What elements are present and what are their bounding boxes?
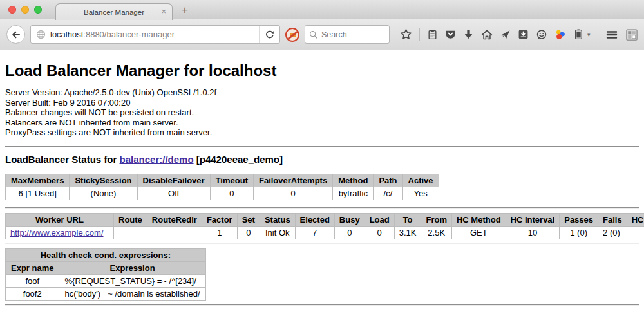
passes-value: 1 (0) (560, 226, 598, 239)
search-icon (309, 30, 318, 39)
send-button[interactable] (500, 29, 511, 40)
maxmembers-value: 6 [1 Used] (6, 187, 70, 200)
expression-value: hc('body') =~ /domain is established/ (59, 287, 205, 300)
col-path: Path (374, 174, 402, 187)
address-bar[interactable]: localhost:8880/balancer-manager (30, 25, 280, 44)
colored-dots-icon (554, 29, 566, 41)
busy-value: 0 (334, 226, 365, 239)
tab-grid-icon (625, 28, 638, 41)
url-text[interactable]: localhost:8880/balancer-manager (50, 30, 259, 39)
save-to-device-button[interactable] (518, 29, 529, 40)
col-stickysession: StickySession (70, 174, 137, 187)
tab-groups-button[interactable] (625, 28, 638, 41)
path-value: /c/ (374, 187, 402, 200)
col-timeout: Timeout (210, 174, 253, 187)
save-square-icon (518, 29, 529, 40)
from-value: 2.5K (421, 226, 452, 239)
col-factor: Factor (202, 213, 237, 226)
search-input[interactable] (321, 30, 381, 39)
colored-dots-button[interactable] (554, 29, 566, 41)
health-check-table: Health check cond. expressions: Expr nam… (5, 248, 206, 301)
new-tab-button[interactable]: + (182, 4, 188, 17)
browser-tab[interactable]: Balancer Manager × (55, 3, 173, 20)
balancer-demo-link[interactable]: balancer://demo (120, 154, 194, 165)
section-divider (5, 243, 639, 244)
status-value: Init Ok (260, 226, 295, 239)
col-method: Method (333, 174, 374, 187)
bookmark-star-button[interactable] (400, 28, 412, 41)
back-arrow-icon (11, 30, 21, 40)
menu-button[interactable] (605, 28, 618, 41)
forum-button[interactable] (536, 29, 547, 41)
home-icon (481, 29, 493, 41)
route-value (114, 226, 147, 239)
search-bar[interactable] (305, 25, 390, 44)
worker-url-link[interactable]: http://www.example.com/ (10, 228, 104, 237)
window-titlebar: Balancer Manager × + (0, 0, 644, 19)
col-expression: Expression (59, 261, 205, 274)
expression-value: %{REQUEST_STATUS} =~ /^[234]/ (59, 274, 205, 287)
worker-status-table: Worker URL Route RouteRedir Factor Set S… (5, 213, 644, 239)
table-title-row: Health check cond. expressions: (6, 248, 206, 261)
col-active: Active (402, 174, 439, 187)
failoverattempts-value: 0 (253, 187, 332, 200)
col-busy: Busy (334, 213, 365, 226)
back-button[interactable] (6, 25, 25, 44)
minimize-window-button[interactable] (21, 6, 29, 14)
pocket-button[interactable] (445, 29, 456, 40)
close-window-button[interactable] (8, 6, 16, 14)
server-version-line: Server Version: Apache/2.5.0-dev (Unix) … (5, 88, 639, 98)
plugin-blocked-icon[interactable] (285, 28, 299, 42)
table-header-row: Expr name Expression (6, 261, 206, 274)
col-passes: Passes (560, 213, 598, 226)
star-icon (400, 28, 412, 41)
loadbalancer-status-heading: LoadBalancer Status for balancer://demo … (5, 154, 639, 165)
col-routeredir: RouteRedir (147, 213, 202, 226)
home-button[interactable] (481, 29, 493, 41)
pocket-icon (445, 29, 456, 40)
hc-method-value: GET (451, 226, 506, 239)
expr-name-value: foof2 (6, 287, 59, 300)
col-load: Load (365, 213, 394, 226)
set-value: 0 (237, 226, 260, 239)
device-battery-button[interactable] (573, 29, 584, 40)
col-set: Set (237, 213, 260, 226)
col-hc-method: HC Method (451, 213, 506, 226)
toolbar-buttons: ▾ (400, 28, 638, 41)
factor-value: 1 (202, 226, 237, 239)
hc-uri-value (627, 226, 644, 239)
server-info: Server Version: Apache/2.5.0-dev (Unix) … (5, 88, 639, 138)
col-hc-uri: HC uri (627, 213, 644, 226)
hc-interval-value: 10 (506, 226, 560, 239)
clipboard-icon (427, 29, 438, 40)
reload-button[interactable] (259, 26, 279, 43)
tab-title: Balancer Manager (84, 8, 144, 16)
to-value: 3.1K (394, 226, 421, 239)
hamburger-icon (605, 28, 618, 41)
col-failoverattempts: FailoverAttempts (253, 174, 332, 187)
table-row: foof2 hc('body') =~ /domain is establish… (6, 287, 206, 300)
downloads-button[interactable] (463, 29, 474, 40)
zoom-window-button[interactable] (34, 6, 42, 14)
status-heading-prefix: LoadBalancer Status for (5, 154, 120, 165)
smiley-chat-icon (536, 29, 547, 41)
table-row: foof %{REQUEST_STATUS} =~ /^[234]/ (6, 274, 206, 287)
persist-warning-line: Balancer changes will NOT be persisted o… (5, 107, 639, 118)
col-route: Route (114, 213, 147, 226)
clipboard-button[interactable] (427, 29, 438, 40)
method-value: bytraffic (333, 187, 374, 200)
server-built-line: Server Built: Feb 9 2016 07:00:20 (5, 98, 639, 108)
section-divider (5, 207, 639, 209)
send-plane-icon (500, 29, 511, 40)
col-from: From (421, 213, 452, 226)
overflow-caret-icon[interactable]: ▾ (587, 32, 591, 38)
health-table-title: Health check cond. expressions: (6, 248, 206, 261)
active-value: Yes (402, 187, 439, 200)
navigation-toolbar: localhost:8880/balancer-manager (0, 19, 644, 50)
proxypass-inherit-line: ProxyPass settings are NOT inherited fro… (5, 127, 639, 138)
col-status: Status (260, 213, 295, 226)
table-row: http://www.example.com/ 1 0 Init Ok 7 0 … (6, 226, 644, 239)
disablefailover-value: Off (137, 187, 210, 200)
tab-close-icon[interactable]: × (161, 6, 166, 16)
window-controls (8, 6, 42, 14)
